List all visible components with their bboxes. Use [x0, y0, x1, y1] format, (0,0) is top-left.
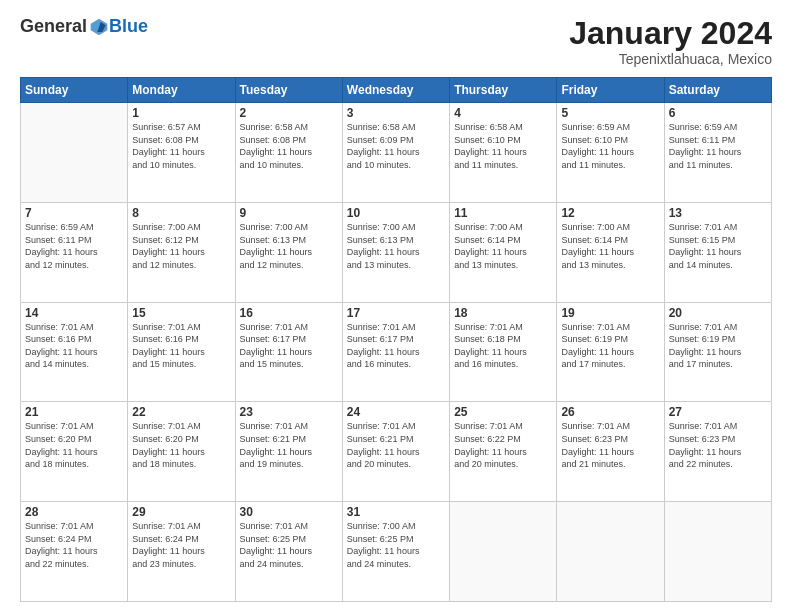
weekday-header-saturday: Saturday — [664, 78, 771, 103]
day-number: 7 — [25, 206, 123, 220]
day-info: Sunrise: 6:59 AM Sunset: 6:11 PM Dayligh… — [669, 121, 767, 171]
day-number: 22 — [132, 405, 230, 419]
day-info: Sunrise: 7:01 AM Sunset: 6:15 PM Dayligh… — [669, 221, 767, 271]
day-info: Sunrise: 7:00 AM Sunset: 6:13 PM Dayligh… — [240, 221, 338, 271]
day-info: Sunrise: 6:58 AM Sunset: 6:10 PM Dayligh… — [454, 121, 552, 171]
day-info: Sunrise: 7:01 AM Sunset: 6:24 PM Dayligh… — [132, 520, 230, 570]
calendar-cell: 19Sunrise: 7:01 AM Sunset: 6:19 PM Dayli… — [557, 302, 664, 402]
day-info: Sunrise: 6:58 AM Sunset: 6:08 PM Dayligh… — [240, 121, 338, 171]
calendar-cell — [557, 502, 664, 602]
calendar-cell — [21, 103, 128, 203]
day-number: 17 — [347, 306, 445, 320]
calendar-cell: 8Sunrise: 7:00 AM Sunset: 6:12 PM Daylig… — [128, 202, 235, 302]
calendar-cell — [450, 502, 557, 602]
calendar-cell: 5Sunrise: 6:59 AM Sunset: 6:10 PM Daylig… — [557, 103, 664, 203]
calendar-cell: 6Sunrise: 6:59 AM Sunset: 6:11 PM Daylig… — [664, 103, 771, 203]
weekday-header-friday: Friday — [557, 78, 664, 103]
weekday-header-monday: Monday — [128, 78, 235, 103]
logo: General Blue — [20, 16, 148, 37]
day-info: Sunrise: 6:58 AM Sunset: 6:09 PM Dayligh… — [347, 121, 445, 171]
day-number: 9 — [240, 206, 338, 220]
day-info: Sunrise: 7:01 AM Sunset: 6:17 PM Dayligh… — [347, 321, 445, 371]
page: General Blue January 2024 Tepenixtlahuac… — [0, 0, 792, 612]
day-info: Sunrise: 7:01 AM Sunset: 6:16 PM Dayligh… — [132, 321, 230, 371]
logo-general-text: General — [20, 16, 87, 37]
day-info: Sunrise: 7:01 AM Sunset: 6:23 PM Dayligh… — [561, 420, 659, 470]
weekday-header-tuesday: Tuesday — [235, 78, 342, 103]
day-number: 2 — [240, 106, 338, 120]
calendar-cell: 11Sunrise: 7:00 AM Sunset: 6:14 PM Dayli… — [450, 202, 557, 302]
location: Tepenixtlahuaca, Mexico — [569, 51, 772, 67]
calendar-cell: 7Sunrise: 6:59 AM Sunset: 6:11 PM Daylig… — [21, 202, 128, 302]
day-number: 21 — [25, 405, 123, 419]
day-number: 26 — [561, 405, 659, 419]
day-info: Sunrise: 7:01 AM Sunset: 6:18 PM Dayligh… — [454, 321, 552, 371]
day-number: 19 — [561, 306, 659, 320]
calendar-cell: 29Sunrise: 7:01 AM Sunset: 6:24 PM Dayli… — [128, 502, 235, 602]
day-info: Sunrise: 7:00 AM Sunset: 6:14 PM Dayligh… — [454, 221, 552, 271]
day-number: 23 — [240, 405, 338, 419]
calendar-cell: 20Sunrise: 7:01 AM Sunset: 6:19 PM Dayli… — [664, 302, 771, 402]
day-info: Sunrise: 7:01 AM Sunset: 6:17 PM Dayligh… — [240, 321, 338, 371]
header: General Blue January 2024 Tepenixtlahuac… — [20, 16, 772, 67]
day-info: Sunrise: 7:01 AM Sunset: 6:19 PM Dayligh… — [669, 321, 767, 371]
calendar-cell: 17Sunrise: 7:01 AM Sunset: 6:17 PM Dayli… — [342, 302, 449, 402]
week-row-1: 1Sunrise: 6:57 AM Sunset: 6:08 PM Daylig… — [21, 103, 772, 203]
calendar-cell: 14Sunrise: 7:01 AM Sunset: 6:16 PM Dayli… — [21, 302, 128, 402]
calendar-cell: 16Sunrise: 7:01 AM Sunset: 6:17 PM Dayli… — [235, 302, 342, 402]
calendar-cell: 9Sunrise: 7:00 AM Sunset: 6:13 PM Daylig… — [235, 202, 342, 302]
day-info: Sunrise: 7:01 AM Sunset: 6:21 PM Dayligh… — [347, 420, 445, 470]
day-number: 13 — [669, 206, 767, 220]
day-number: 12 — [561, 206, 659, 220]
day-info: Sunrise: 7:01 AM Sunset: 6:20 PM Dayligh… — [132, 420, 230, 470]
calendar-cell: 4Sunrise: 6:58 AM Sunset: 6:10 PM Daylig… — [450, 103, 557, 203]
calendar-cell: 28Sunrise: 7:01 AM Sunset: 6:24 PM Dayli… — [21, 502, 128, 602]
day-number: 10 — [347, 206, 445, 220]
calendar-cell: 27Sunrise: 7:01 AM Sunset: 6:23 PM Dayli… — [664, 402, 771, 502]
logo-blue-text: Blue — [109, 16, 148, 37]
day-number: 3 — [347, 106, 445, 120]
day-number: 1 — [132, 106, 230, 120]
calendar-cell — [664, 502, 771, 602]
day-info: Sunrise: 6:59 AM Sunset: 6:10 PM Dayligh… — [561, 121, 659, 171]
title-section: January 2024 Tepenixtlahuaca, Mexico — [569, 16, 772, 67]
day-number: 29 — [132, 505, 230, 519]
calendar-cell: 12Sunrise: 7:00 AM Sunset: 6:14 PM Dayli… — [557, 202, 664, 302]
day-info: Sunrise: 7:01 AM Sunset: 6:24 PM Dayligh… — [25, 520, 123, 570]
calendar-cell: 23Sunrise: 7:01 AM Sunset: 6:21 PM Dayli… — [235, 402, 342, 502]
calendar-cell: 31Sunrise: 7:00 AM Sunset: 6:25 PM Dayli… — [342, 502, 449, 602]
weekday-header-sunday: Sunday — [21, 78, 128, 103]
day-number: 11 — [454, 206, 552, 220]
day-number: 24 — [347, 405, 445, 419]
day-number: 28 — [25, 505, 123, 519]
day-number: 20 — [669, 306, 767, 320]
day-info: Sunrise: 7:01 AM Sunset: 6:21 PM Dayligh… — [240, 420, 338, 470]
day-number: 31 — [347, 505, 445, 519]
day-number: 6 — [669, 106, 767, 120]
day-info: Sunrise: 7:00 AM Sunset: 6:12 PM Dayligh… — [132, 221, 230, 271]
day-number: 16 — [240, 306, 338, 320]
day-info: Sunrise: 7:01 AM Sunset: 6:23 PM Dayligh… — [669, 420, 767, 470]
weekday-header-row: SundayMondayTuesdayWednesdayThursdayFrid… — [21, 78, 772, 103]
day-number: 18 — [454, 306, 552, 320]
calendar-cell: 18Sunrise: 7:01 AM Sunset: 6:18 PM Dayli… — [450, 302, 557, 402]
calendar-cell: 30Sunrise: 7:01 AM Sunset: 6:25 PM Dayli… — [235, 502, 342, 602]
day-number: 5 — [561, 106, 659, 120]
day-info: Sunrise: 7:01 AM Sunset: 6:20 PM Dayligh… — [25, 420, 123, 470]
day-info: Sunrise: 7:00 AM Sunset: 6:25 PM Dayligh… — [347, 520, 445, 570]
day-info: Sunrise: 7:01 AM Sunset: 6:16 PM Dayligh… — [25, 321, 123, 371]
calendar-cell: 13Sunrise: 7:01 AM Sunset: 6:15 PM Dayli… — [664, 202, 771, 302]
weekday-header-thursday: Thursday — [450, 78, 557, 103]
day-number: 14 — [25, 306, 123, 320]
day-info: Sunrise: 7:01 AM Sunset: 6:22 PM Dayligh… — [454, 420, 552, 470]
day-info: Sunrise: 6:59 AM Sunset: 6:11 PM Dayligh… — [25, 221, 123, 271]
calendar-cell: 22Sunrise: 7:01 AM Sunset: 6:20 PM Dayli… — [128, 402, 235, 502]
day-info: Sunrise: 7:01 AM Sunset: 6:19 PM Dayligh… — [561, 321, 659, 371]
day-info: Sunrise: 7:01 AM Sunset: 6:25 PM Dayligh… — [240, 520, 338, 570]
calendar-cell: 21Sunrise: 7:01 AM Sunset: 6:20 PM Dayli… — [21, 402, 128, 502]
week-row-5: 28Sunrise: 7:01 AM Sunset: 6:24 PM Dayli… — [21, 502, 772, 602]
day-info: Sunrise: 7:00 AM Sunset: 6:13 PM Dayligh… — [347, 221, 445, 271]
calendar-cell: 15Sunrise: 7:01 AM Sunset: 6:16 PM Dayli… — [128, 302, 235, 402]
day-info: Sunrise: 7:00 AM Sunset: 6:14 PM Dayligh… — [561, 221, 659, 271]
day-number: 25 — [454, 405, 552, 419]
